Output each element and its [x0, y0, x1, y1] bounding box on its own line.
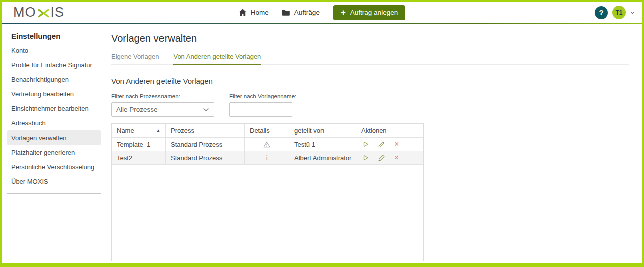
top-navigation: Home Aufträge + Auftrag anlegen	[239, 5, 405, 20]
cell-process: Standard Prozess	[166, 151, 245, 164]
cell-actions: ×	[356, 138, 423, 151]
cell-details	[245, 138, 289, 151]
filter-bar: Filter nach Prozessnamen: Alle Prozesse …	[111, 93, 629, 117]
close-icon: ×	[394, 154, 399, 162]
pencil-icon	[378, 141, 385, 148]
column-header-name[interactable]: Name ▲	[112, 124, 166, 137]
delete-template-button[interactable]: ×	[394, 140, 399, 148]
table-row: Template_1 Standard Prozess Testü 1	[112, 138, 423, 151]
process-filter-select[interactable]: Alle Prozesse	[111, 102, 214, 117]
main-content: Vorlagen verwalten Eigene Vorlagen Von A…	[105, 24, 642, 263]
close-icon: ×	[394, 140, 399, 148]
sidebar-item-vertretung-bearbeiten[interactable]: Vertretung bearbeiten	[7, 87, 101, 101]
process-filter-selected-value: Alle Prozesse	[116, 106, 158, 113]
template-filter-group: Filter nach Vorlagenname:	[229, 93, 296, 117]
warning-icon[interactable]	[263, 141, 270, 148]
sidebar-item-profile-einfache-signatur[interactable]: Profile für Einfache Signatur	[7, 58, 101, 72]
shared-by-name: Albert Administrator	[294, 154, 351, 162]
nav-home[interactable]: Home	[239, 9, 269, 16]
shared-templates-table: Name ▲ Prozess Details geteilt von Aktio…	[111, 123, 424, 261]
folder-icon	[282, 9, 290, 16]
pencil-icon	[378, 155, 385, 161]
section-title: Von Anderen geteilte Vorlagen	[111, 77, 629, 85]
play-icon	[363, 141, 369, 147]
sidebar-item-benachrichtigungen[interactable]: Benachrichtigungen	[7, 72, 101, 87]
user-menu-chevron[interactable]	[630, 11, 635, 14]
edit-template-button[interactable]	[378, 141, 385, 148]
sidebar-item-konto[interactable]: Konto	[7, 43, 101, 58]
help-glyph: ?	[599, 8, 603, 17]
cell-name: Template_1	[112, 138, 166, 151]
column-header-aktionen-label: Aktionen	[361, 127, 387, 135]
play-icon	[363, 155, 369, 161]
start-template-button[interactable]	[363, 155, 369, 161]
column-header-name-label: Name	[117, 127, 134, 135]
top-right-controls: ? T1	[595, 6, 635, 19]
template-filter-label: Filter nach Vorlagenname:	[229, 93, 296, 99]
delete-template-button[interactable]: ×	[394, 154, 399, 162]
avatar[interactable]: T1	[612, 6, 626, 19]
column-header-details: Details	[245, 124, 289, 137]
create-auftrag-button[interactable]: + Auftrag anlegen	[333, 5, 405, 20]
cell-process: Standard Prozess	[166, 138, 245, 151]
home-icon	[239, 9, 247, 16]
cell-shared-by: Albert Administrator	[289, 151, 356, 164]
sidebar-item-platzhalter-generieren[interactable]: Platzhalter generieren	[7, 145, 101, 160]
tab-bar: Eigene Vorlagen Von Anderen geteilte Vor…	[111, 53, 629, 65]
table-header-row: Name ▲ Prozess Details geteilt von Aktio…	[112, 124, 423, 138]
tab-eigene-vorlagen[interactable]: Eigene Vorlagen	[111, 53, 159, 64]
table-row: Test2 Standard Prozess i Albert Administ…	[112, 151, 423, 165]
cell-name: Test2	[112, 151, 166, 164]
app-window: MO IS Home Aufträge + Auft	[0, 0, 644, 267]
process-name: Standard Prozess	[171, 154, 222, 162]
column-header-prozess-label: Prozess	[171, 127, 194, 135]
settings-sidebar: Einstellungen Konto Profile für Einfache…	[2, 24, 105, 263]
sidebar-item-vorlagen-verwalten[interactable]: Vorlagen verwalten	[7, 130, 101, 145]
column-header-details-label: Details	[250, 127, 270, 135]
plus-icon: +	[341, 8, 346, 17]
process-filter-group: Filter nach Prozessnamen: Alle Prozesse	[111, 93, 214, 117]
top-bar: MO IS Home Aufträge + Auft	[2, 2, 642, 23]
moxis-logo: MO IS	[13, 5, 64, 20]
cell-actions: ×	[356, 151, 423, 164]
process-filter-label: Filter nach Prozessnamen:	[111, 93, 214, 99]
nav-auftraege-label: Aufträge	[294, 9, 320, 16]
page-title: Vorlagen verwalten	[111, 33, 629, 44]
column-header-prozess[interactable]: Prozess	[166, 124, 245, 137]
avatar-initials: T1	[615, 9, 622, 16]
tab-von-anderen-geteilte-vorlagen[interactable]: Von Anderen geteilte Vorlagen	[173, 53, 261, 65]
sidebar-item-persoenliche-verschluesselung[interactable]: Persönliche Verschlüsselung	[7, 160, 101, 174]
cell-shared-by: Testü 1	[289, 138, 356, 151]
help-icon[interactable]: ?	[595, 6, 608, 19]
logo-text-prefix: MO	[13, 5, 36, 20]
template-filter-input[interactable]	[229, 102, 292, 117]
sidebar-item-ueber-moxis[interactable]: Über MOXIS	[7, 174, 101, 189]
logo-text-suffix: IS	[51, 5, 65, 20]
cell-details: i	[245, 151, 289, 164]
shared-by-name: Testü 1	[294, 141, 315, 148]
template-name: Test2	[117, 154, 132, 162]
chevron-down-icon	[630, 11, 635, 14]
logo-x-icon	[37, 9, 50, 18]
start-template-button[interactable]	[363, 141, 369, 147]
nav-auftraege[interactable]: Aufträge	[282, 9, 320, 16]
template-name: Template_1	[117, 141, 150, 148]
column-header-aktionen: Aktionen	[356, 124, 423, 137]
sidebar-heading: Einstellungen	[7, 32, 101, 43]
sidebar-item-adressbuch[interactable]: Adressbuch	[7, 116, 101, 130]
info-icon[interactable]: i	[266, 154, 268, 162]
select-chevron-icon	[203, 108, 209, 112]
sidebar-divider	[7, 193, 101, 194]
sort-ascending-icon: ▲	[156, 128, 160, 133]
column-header-geteilt-von-label: geteilt von	[294, 127, 324, 135]
column-header-geteilt-von: geteilt von	[289, 124, 356, 137]
nav-home-label: Home	[251, 9, 269, 16]
sidebar-item-einsichtnehmer-bearbeiten[interactable]: Einsichtnehmer bearbeiten	[7, 101, 101, 116]
process-name: Standard Prozess	[171, 141, 222, 148]
create-auftrag-label: Auftrag anlegen	[350, 9, 398, 16]
edit-template-button[interactable]	[378, 155, 385, 161]
